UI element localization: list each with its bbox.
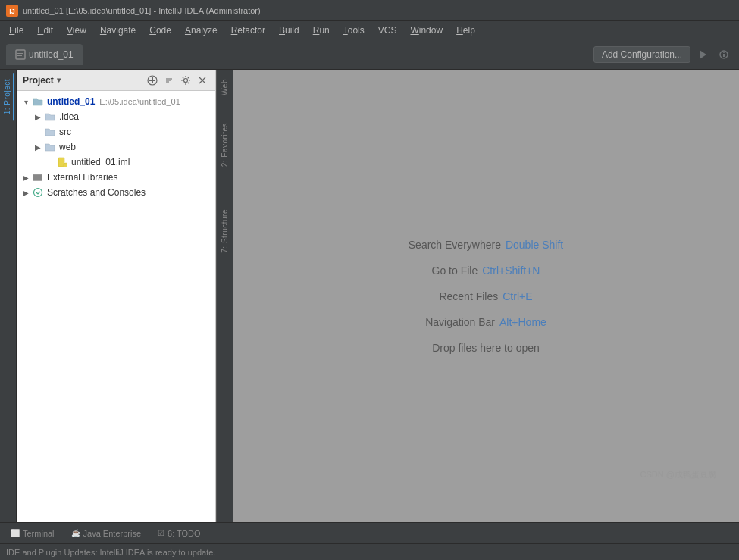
- iml-label: untitled_01.iml: [71, 157, 130, 167]
- hint-search-everywhere: Search Everywhere Double Shift: [409, 239, 563, 251]
- watermark: CSDN @成鸭蛋豆腐: [640, 469, 716, 480]
- terminal-label: Terminal: [23, 529, 55, 538]
- web-label: web: [59, 142, 76, 152]
- scratches-icon: [32, 186, 44, 199]
- src-folder-icon: [44, 126, 56, 138]
- todo-icon: ☑: [158, 529, 164, 537]
- editor-area: Search Everywhere Double Shift Go to Fil…: [233, 70, 739, 522]
- right-sidebar-tabs: Web 2: Favorites 7: Structure: [216, 70, 233, 522]
- menu-refactor[interactable]: Refactor: [225, 23, 271, 37]
- menu-code[interactable]: Code: [143, 23, 177, 37]
- hint-recent-shortcut: Ctrl+E: [503, 290, 532, 302]
- close-icon: [197, 75, 208, 86]
- window-title: untitled_01 [E:\05.idea\untitled_01] - I…: [23, 6, 261, 15]
- run-icon: [697, 48, 709, 61]
- debug-icon: [718, 48, 730, 61]
- bottom-tab-terminal[interactable]: ⬜ Terminal: [3, 525, 62, 542]
- app-icon: IJ: [6, 5, 18, 17]
- menu-bar: File Edit View Navigate Code Analyze Ref…: [0, 21, 739, 39]
- idea-label: .idea: [59, 111, 79, 122]
- left-sidebar: 1: Project: [0, 70, 17, 522]
- iml-file-icon: [56, 156, 68, 168]
- root-folder-icon: [32, 95, 44, 108]
- svg-rect-8: [723, 54, 725, 57]
- menu-view[interactable]: View: [61, 23, 92, 37]
- add-configuration-button[interactable]: Add Configuration...: [593, 46, 690, 63]
- menu-window[interactable]: Window: [404, 23, 449, 37]
- hint-nav-shortcut: Alt+Home: [499, 316, 546, 328]
- sidebar-tab-favorites[interactable]: 2: Favorites: [219, 117, 230, 173]
- tree-item-idea[interactable]: ▶ .idea: [17, 109, 215, 124]
- title-bar: IJ untitled_01 [E:\05.idea\untitled_01] …: [0, 0, 739, 21]
- hint-search-text: Search Everywhere: [409, 239, 501, 251]
- panel-collapse-button[interactable]: [162, 74, 176, 87]
- project-tab-icon: [15, 49, 26, 60]
- svg-point-20: [34, 189, 42, 197]
- extlibs-label: External Libraries: [47, 172, 117, 183]
- panel-add-button[interactable]: [146, 74, 159, 87]
- svg-rect-4: [17, 55, 22, 56]
- hint-goto-text: Go to File: [432, 264, 478, 277]
- svg-point-7: [723, 52, 725, 53]
- status-bar: IDE and Plugin Updates: IntelliJ IDEA is…: [0, 543, 739, 560]
- panel-title: Project ▾: [23, 75, 142, 86]
- todo-label: 6: TODO: [168, 529, 201, 538]
- java-enterprise-icon: ☕: [71, 529, 80, 537]
- menu-build[interactable]: Build: [273, 23, 305, 37]
- debug-button[interactable]: [715, 45, 733, 64]
- sidebar-tab-web[interactable]: Web: [219, 73, 230, 102]
- hint-drop-files: Drop files here to open: [432, 342, 540, 354]
- panel-settings-button[interactable]: [179, 74, 193, 87]
- project-tab-label: untitled_01: [29, 49, 74, 60]
- extlibs-arrow: ▶: [20, 174, 32, 182]
- menu-help[interactable]: Help: [450, 23, 481, 37]
- collapse-icon: [164, 75, 174, 86]
- project-tab[interactable]: untitled_01: [6, 44, 83, 65]
- svg-marker-5: [700, 50, 706, 59]
- menu-navigate[interactable]: Navigate: [94, 23, 142, 37]
- project-panel: Project ▾: [17, 70, 216, 522]
- menu-edit[interactable]: Edit: [31, 23, 59, 37]
- run-button[interactable]: [694, 45, 712, 64]
- hint-nav-text: Navigation Bar: [425, 316, 495, 328]
- svg-rect-2: [16, 50, 25, 59]
- menu-run[interactable]: Run: [307, 23, 336, 37]
- status-message: IDE and Plugin Updates: IntelliJ IDEA is…: [6, 548, 215, 557]
- tree-item-web[interactable]: ▶ web: [17, 139, 215, 155]
- svg-rect-16: [36, 174, 39, 180]
- scratches-arrow: ▶: [20, 189, 32, 197]
- menu-tools[interactable]: Tools: [337, 23, 371, 37]
- project-tree[interactable]: ▾ untitled_01 E:\05.idea\untitled_01 ▶: [17, 91, 215, 522]
- bottom-tab-todo[interactable]: ☑ 6: TODO: [150, 525, 208, 542]
- svg-rect-17: [39, 174, 42, 180]
- hint-goto-shortcut: Ctrl+Shift+N: [482, 264, 540, 277]
- root-path: E:\05.idea\untitled_01: [99, 97, 180, 106]
- java-enterprise-label: Java Enterprise: [83, 529, 141, 538]
- root-arrow: ▾: [20, 98, 32, 106]
- idea-arrow: ▶: [32, 113, 44, 121]
- project-panel-header: Project ▾: [17, 70, 215, 91]
- toolbar: untitled_01 Add Configuration...: [0, 39, 739, 70]
- extlibs-icon: [32, 171, 44, 183]
- web-folder-icon: [44, 141, 56, 153]
- hint-recent-files: Recent Files Ctrl+E: [439, 290, 532, 302]
- bottom-tab-java-enterprise[interactable]: ☕ Java Enterprise: [64, 525, 149, 542]
- panel-title-caret[interactable]: ▾: [57, 76, 61, 84]
- tree-item-src[interactable]: src: [17, 124, 215, 139]
- menu-analyze[interactable]: Analyze: [179, 23, 224, 37]
- main-area: 1: Project Project ▾: [0, 70, 739, 522]
- gear-icon: [180, 75, 191, 86]
- tree-item-external-libs[interactable]: ▶ External Libraries: [17, 170, 215, 185]
- terminal-icon: ⬜: [11, 529, 20, 537]
- tree-item-scratches[interactable]: ▶ Scratches and Consoles: [17, 185, 215, 200]
- panel-close-button[interactable]: [196, 74, 209, 87]
- menu-vcs[interactable]: VCS: [372, 23, 403, 37]
- web-arrow: ▶: [32, 143, 44, 152]
- tree-item-iml[interactable]: untitled_01.iml: [17, 155, 215, 170]
- sidebar-tab-project[interactable]: 1: Project: [2, 73, 14, 120]
- tree-root[interactable]: ▾ untitled_01 E:\05.idea\untitled_01: [17, 94, 215, 109]
- hint-go-to-file: Go to File Ctrl+Shift+N: [432, 264, 540, 277]
- menu-file[interactable]: File: [3, 23, 30, 37]
- sidebar-tab-structure[interactable]: 7: Structure: [219, 203, 230, 259]
- root-label: untitled_01: [47, 96, 95, 107]
